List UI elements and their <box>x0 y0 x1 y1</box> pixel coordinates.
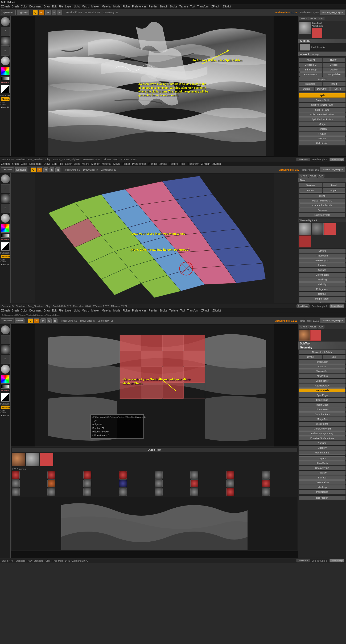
visibility-btn-2[interactable]: Visibility <box>299 282 345 287</box>
del-hidden-btn-3[interactable]: Del Hidden <box>299 496 345 500</box>
rotate-btn-2[interactable]: R <box>55 167 60 172</box>
brush-thumb-14[interactable] <box>190 479 198 487</box>
material-icon[interactable] <box>1 56 10 65</box>
texture-icon-3[interactable]: T <box>1 355 10 364</box>
menu2-material[interactable]: Material <box>102 162 111 165</box>
flamesd-thumb-3[interactable] <box>299 330 310 341</box>
draw-btn[interactable]: ✏ <box>39 10 44 15</box>
brush-thumb-1[interactable] <box>12 471 20 479</box>
scale-btn-2[interactable]: S <box>50 167 54 172</box>
menu-zscript[interactable]: ZScript <box>223 5 231 8</box>
brush-thumb-15[interactable] <box>226 479 234 487</box>
load-btn[interactable]: Load <box>323 183 345 187</box>
mask-by-btn-2[interactable]: Mask By_Polygroups 8 <box>320 167 345 172</box>
menu3-layer[interactable]: Layer <box>65 309 72 312</box>
equalize-surface-btn[interactable]: Equalize Surface Area <box>299 436 345 440</box>
menu-picker[interactable]: Picker <box>122 5 130 8</box>
menu3-texture[interactable]: Texture <box>169 309 178 312</box>
menu3-movie[interactable]: Movie <box>113 309 121 312</box>
save-as-btn[interactable]: Save As <box>299 183 322 187</box>
split-similar-btn[interactable]: Split To Similar Parts <box>299 103 345 107</box>
stroke-icon-3[interactable]: / <box>1 335 10 344</box>
preview-btn-2[interactable]: Preview <box>299 263 345 267</box>
subtool-title-3[interactable]: SubTool <box>298 342 346 346</box>
split-btn-highlighted[interactable]: Split <box>299 93 345 98</box>
scale-btn-3[interactable]: S <box>47 318 52 323</box>
menu2-document[interactable]: Document <box>29 162 42 165</box>
spu3-btn[interactable]: SPU 3 <box>299 17 308 20</box>
menu-zbrush[interactable]: ZBrush <box>1 5 10 8</box>
projection-btn-3[interactable]: Projection <box>1 318 14 323</box>
menu3-document[interactable]: Document <box>29 309 42 312</box>
polygroups-btn-2[interactable]: Polygroups <box>299 287 345 291</box>
menu-material[interactable]: Material <box>102 5 111 8</box>
color-picker[interactable] <box>1 67 10 75</box>
switch-color-2[interactable] <box>1 242 10 251</box>
menu2-stroke[interactable]: Stroke <box>159 162 167 165</box>
insert-btn-1[interactable]: Insert <box>323 82 346 86</box>
alpha-icon[interactable]: A <box>1 37 10 46</box>
brush-thumb-21[interactable] <box>155 488 163 496</box>
menu-transform[interactable]: Transform <box>197 5 209 8</box>
groups-split-btn[interactable]: Groups Split <box>299 98 345 102</box>
mirror-weld-btn[interactable]: Mirror And Weld <box>299 427 345 431</box>
menu-draw[interactable]: Draw <box>44 5 50 8</box>
split-btn-3[interactable]: Split <box>323 355 346 359</box>
menu2-transform[interactable]: Transform <box>187 162 199 165</box>
layers-btn-3[interactable]: Layers <box>299 456 345 461</box>
reconstruct-btn[interactable]: Reconstruct Subdv <box>299 350 345 354</box>
double-btn[interactable]: Double <box>323 68 345 72</box>
rotate-btn-3[interactable]: R <box>53 318 58 323</box>
clear-all-btn-2[interactable]: Clear All <box>1 263 9 266</box>
brush-thumb-8[interactable] <box>262 471 270 479</box>
quick-btn-2[interactable]: Q <box>31 167 36 172</box>
menu3-color[interactable]: Color <box>21 309 27 312</box>
scale-btn[interactable]: S <box>52 10 56 15</box>
split-parts-btn[interactable]: Split To Parts <box>299 108 345 112</box>
brush-thumb-7[interactable] <box>226 471 234 479</box>
menu3-edit[interactable]: Edit <box>52 309 56 312</box>
brush-thumb-17[interactable] <box>12 488 20 496</box>
clone-all-btn[interactable]: Clone All SubTools <box>299 203 345 208</box>
color-picker-2[interactable] <box>1 224 10 233</box>
surface-btn-2[interactable]: Surface <box>299 268 345 272</box>
menu3-stroke[interactable]: Stroke <box>159 309 167 312</box>
deformation-btn-2[interactable]: Deformation <box>299 273 345 277</box>
duplicate-btn-1[interactable]: Duplicate <box>299 82 322 86</box>
quicksave-btn-2[interactable]: QuickSave <box>296 304 310 308</box>
micro-mesh-btn[interactable]: Micro Mesh <box>299 388 345 393</box>
fibermesh-btn-2[interactable]: FiberMesh <box>299 254 345 258</box>
menu2-movie[interactable]: Movie <box>113 162 121 165</box>
weave-thumb[interactable] <box>40 453 53 466</box>
mask-by-btn[interactable]: Mask By_Polygroups 8 <box>320 10 345 15</box>
lightbox-tools-btn[interactable]: LightBox Tools <box>299 213 345 217</box>
group-visible-btn[interactable]: GroupVisible <box>323 72 345 77</box>
switch-color[interactable] <box>1 85 10 93</box>
alternate-btn-3[interactable]: Alternate <box>1 406 10 409</box>
menu-edit[interactable]: Edit <box>52 5 56 8</box>
brush-icon-2[interactable] <box>1 174 10 183</box>
menu2-tool[interactable]: Tool <box>180 162 185 165</box>
project-btn-1[interactable]: Project <box>299 132 345 136</box>
brush-thumb-19[interactable] <box>83 488 91 496</box>
delete-btn-1[interactable]: Delete <box>299 87 314 91</box>
default-script-btn-3[interactable]: DefaultScript <box>329 559 344 562</box>
del-hidden-btn-1[interactable]: Del Hidden <box>299 141 345 145</box>
menu3-brush[interactable]: Brush <box>12 309 19 312</box>
menu3-marker[interactable]: Marker <box>91 309 100 312</box>
menu3-tool[interactable]: Tool <box>180 309 185 312</box>
remesh-btn-1[interactable]: Remesh <box>299 127 345 131</box>
menu-zplugin[interactable]: ZPlugin <box>211 5 220 8</box>
menu-color[interactable]: Color <box>21 5 27 8</box>
layers-btn-2[interactable]: Layers <box>299 249 345 253</box>
brush-thumb-5[interactable] <box>155 471 163 479</box>
brush-thumb-3[interactable] <box>83 471 91 479</box>
viewport-canvas-1[interactable]: -In Subtool Pallet, click Split Hidden -… <box>11 16 298 156</box>
gradient-bar-3[interactable] <box>1 385 10 389</box>
pmc-plane-thumb[interactable] <box>312 28 322 38</box>
flamesd-thumb[interactable] <box>12 453 25 466</box>
menu3-transform[interactable]: Transform <box>187 309 199 312</box>
mask-by-btn-3[interactable]: Mask By_Polygroups 8 <box>320 318 345 323</box>
alpha-icon-3[interactable]: A <box>1 345 10 354</box>
quick-btn-3[interactable]: Q <box>28 318 33 323</box>
